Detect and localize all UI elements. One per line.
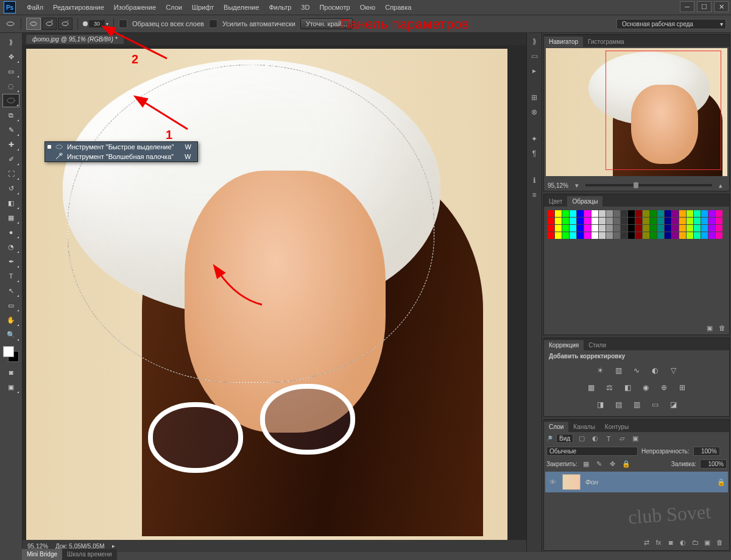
hand-tool-icon[interactable]: ✋ — [2, 313, 19, 327]
brush-panel-icon[interactable]: ⊞ — [529, 93, 539, 102]
collapse-arrow-icon[interactable]: ⟫ — [529, 37, 539, 46]
type-tool-icon[interactable]: T — [2, 269, 19, 283]
new-layer-icon[interactable]: ▣ — [702, 538, 712, 547]
menu-file[interactable]: Файл — [22, 2, 48, 13]
canvas[interactable] — [26, 49, 507, 542]
tab-mini-bridge[interactable]: Mini Bridge — [22, 549, 62, 560]
menu-edit[interactable]: Редактирование — [48, 2, 109, 13]
filter-shape-icon[interactable]: ▱ — [617, 434, 627, 443]
poster-icon[interactable]: ▤ — [613, 400, 624, 409]
flyout-magic-wand[interactable]: Инструмент "Волшебная палочка" W — [45, 152, 197, 161]
navigator-thumbnail[interactable] — [546, 48, 727, 176]
filter-img-icon[interactable]: ▢ — [577, 434, 587, 443]
swatches-grid[interactable] — [548, 210, 728, 247]
sample-all-checkbox[interactable] — [119, 19, 127, 28]
zoom-in-icon[interactable]: ▴ — [716, 181, 726, 190]
menu-type[interactable]: Шрифт — [187, 2, 219, 13]
actions-panel-icon[interactable]: ▸ — [529, 66, 539, 76]
lock-pos-icon[interactable]: ✥ — [608, 460, 618, 469]
screenmode-icon[interactable]: ▣ — [2, 380, 19, 394]
tab-color[interactable]: Цвет — [544, 196, 567, 207]
lock-all-icon[interactable]: 🔒 — [621, 460, 631, 469]
brush-dropdown-icon[interactable]: ▾ — [106, 21, 108, 27]
tab-histogram[interactable]: Гистограмма — [583, 37, 629, 47]
adjust-layer-icon[interactable]: ◐ — [678, 538, 688, 547]
foreground-color[interactable] — [3, 346, 14, 357]
document-tab[interactable]: фото.jpg @ 95,1% (RGB/8#) * — [26, 35, 124, 44]
maximize-button[interactable]: ☐ — [697, 1, 712, 12]
history-brush-tool-icon[interactable]: ↺ — [2, 182, 19, 195]
bw-icon[interactable]: ◧ — [622, 383, 633, 392]
workspace-dropdown[interactable]: Основная рабочая среда — [616, 19, 726, 29]
move-tool-icon[interactable]: ✥ — [2, 50, 19, 63]
shape-tool-icon[interactable]: ▭ — [2, 299, 19, 312]
vibrance-icon[interactable]: ▽ — [668, 366, 679, 375]
color-swatch[interactable] — [3, 346, 19, 362]
lasso-tool-icon[interactable]: ◌ — [2, 79, 19, 93]
visibility-icon[interactable]: 👁 — [548, 478, 557, 486]
menu-window[interactable]: Окно — [355, 2, 381, 13]
photo-filter-icon[interactable]: ◉ — [640, 383, 651, 392]
menu-filter[interactable]: Фильтр — [264, 2, 296, 13]
navigator-slider[interactable] — [585, 184, 712, 186]
brush-tool-icon[interactable]: ✐ — [2, 152, 19, 166]
menu-view[interactable]: Просмотр — [314, 2, 355, 13]
brightness-icon[interactable]: ☀ — [595, 366, 606, 375]
tab-layers[interactable]: Слои — [544, 422, 568, 432]
gradient-tool-icon[interactable]: ▦ — [2, 211, 19, 224]
new-selection-icon[interactable] — [26, 18, 41, 30]
invert-icon[interactable]: ◨ — [595, 400, 606, 409]
add-selection-icon[interactable]: + — [42, 18, 57, 30]
menu-image[interactable]: Изображение — [109, 2, 161, 13]
layer-row[interactable]: 👁 Фон 🔒 — [545, 472, 728, 492]
layer-name[interactable]: Фон — [585, 478, 598, 486]
status-zoom[interactable]: 95,12% — [27, 543, 48, 550]
eyedropper-tool-icon[interactable]: ✎ — [2, 123, 19, 136]
collapse-icon[interactable]: ⟫ — [2, 35, 19, 49]
link-layers-icon[interactable]: ⇄ — [641, 538, 651, 547]
navigator-zoom[interactable]: 95,12% — [548, 182, 568, 189]
blend-mode-dropdown[interactable]: Обычные — [546, 447, 638, 456]
clone-panel-icon[interactable]: ⊗ — [529, 107, 539, 117]
hue-icon[interactable]: ▦ — [585, 383, 596, 392]
layer-thumbnail[interactable] — [562, 474, 581, 490]
marquee-tool-icon[interactable]: ▭ — [2, 65, 19, 78]
char-panel-icon[interactable]: ✦ — [529, 134, 539, 144]
dodge-tool-icon[interactable]: ◔ — [2, 240, 19, 253]
brush-size-field[interactable]: 30 — [89, 20, 105, 27]
opacity-field[interactable]: 100% — [693, 447, 720, 456]
minimize-button[interactable]: ─ — [680, 1, 694, 12]
tab-channels[interactable]: Каналы — [568, 422, 600, 432]
tool-preset-icon[interactable] — [5, 18, 16, 29]
quick-select-tool-icon[interactable] — [2, 94, 19, 107]
crop-tool-icon[interactable]: ⧉ — [2, 108, 19, 122]
exposure-icon[interactable]: ◐ — [649, 366, 660, 375]
filter-smart-icon[interactable]: ▣ — [630, 434, 640, 443]
tab-navigator[interactable]: Навигатор — [544, 37, 583, 47]
history-panel-icon[interactable]: ▭ — [529, 51, 539, 61]
new-swatch-icon[interactable]: ▣ — [705, 324, 715, 332]
selective-icon[interactable]: ◪ — [668, 400, 679, 409]
pen-tool-icon[interactable]: ✒ — [2, 255, 19, 268]
lookup-icon[interactable]: ⊞ — [677, 383, 688, 392]
flyout-quick-select[interactable]: Инструмент "Быстрое выделение" W — [45, 142, 197, 152]
quickmask-icon[interactable]: ◙ — [2, 366, 19, 379]
layer-filter-dropdown[interactable]: Вид — [556, 434, 573, 443]
menu-help[interactable]: Справка — [380, 2, 416, 13]
group-icon[interactable]: 🗀 — [690, 538, 700, 547]
delete-layer-icon[interactable]: 🗑 — [715, 538, 724, 547]
tab-paths[interactable]: Контуры — [600, 422, 634, 432]
tab-swatches[interactable]: Образцы — [567, 196, 602, 207]
levels-icon[interactable]: ▥ — [613, 366, 624, 375]
trash-icon[interactable]: 🗑 — [717, 324, 727, 332]
zoom-tool-icon[interactable]: 🔍 — [2, 328, 19, 341]
close-button[interactable]: ✕ — [714, 1, 729, 12]
blur-tool-icon[interactable]: ● — [2, 225, 19, 239]
eraser-tool-icon[interactable]: ◧ — [2, 196, 19, 210]
threshold-icon[interactable]: ▥ — [631, 400, 642, 409]
tab-adjustments[interactable]: Коррекция — [544, 340, 584, 350]
info-panel-icon[interactable]: ℹ — [529, 175, 539, 185]
filter-adj-icon[interactable]: ◐ — [590, 434, 600, 443]
tab-styles[interactable]: Стили — [584, 340, 611, 350]
zoom-out-icon[interactable]: ▾ — [572, 181, 582, 190]
